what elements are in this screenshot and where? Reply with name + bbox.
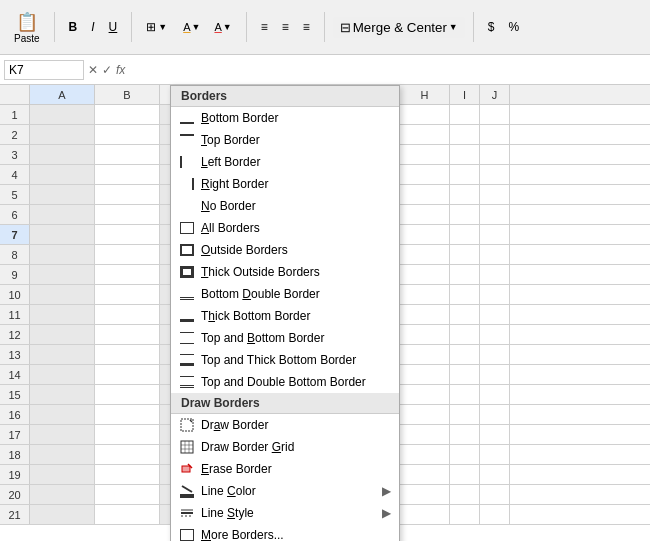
cell-h[interactable] (400, 245, 450, 264)
cell-a[interactable] (30, 485, 95, 504)
draw-border-grid-item[interactable]: Draw Border Grid (171, 436, 399, 458)
draw-border-item[interactable]: Draw Border (171, 414, 399, 436)
cell-i[interactable] (450, 445, 480, 464)
cell-i[interactable] (450, 465, 480, 484)
cell-h[interactable] (400, 125, 450, 144)
cell-b[interactable] (95, 265, 160, 284)
cell-a[interactable] (30, 405, 95, 424)
erase-border-item[interactable]: Erase Border (171, 458, 399, 480)
cell-b[interactable] (95, 505, 160, 524)
cell-b[interactable] (95, 425, 160, 444)
cell-j[interactable] (480, 185, 510, 204)
no-border-item[interactable]: No Border (171, 195, 399, 217)
col-header-a[interactable]: A (30, 85, 95, 104)
cell-h[interactable] (400, 165, 450, 184)
cell-b[interactable] (95, 145, 160, 164)
outside-borders-item[interactable]: Outside Borders (171, 239, 399, 261)
cell-b[interactable] (95, 285, 160, 304)
paste-button[interactable]: 📋 Paste (8, 8, 46, 47)
col-header-h[interactable]: H (400, 85, 450, 104)
thick-bottom-border-item[interactable]: Thick Bottom Border (171, 305, 399, 327)
cell-j[interactable] (480, 505, 510, 524)
cell-b[interactable] (95, 305, 160, 324)
cell-j[interactable] (480, 285, 510, 304)
cell-b[interactable] (95, 385, 160, 404)
cell-i[interactable] (450, 265, 480, 284)
font-color-button[interactable]: A ▼ (208, 18, 237, 36)
cell-h[interactable] (400, 185, 450, 204)
cell-j[interactable] (480, 205, 510, 224)
cell-j[interactable] (480, 145, 510, 164)
cell-i[interactable] (450, 505, 480, 524)
cell-h[interactable] (400, 325, 450, 344)
cell-a[interactable] (30, 145, 95, 164)
cell-h[interactable] (400, 425, 450, 444)
align-right-button[interactable]: ≡ (297, 17, 316, 37)
top-border-item[interactable]: Top Border (171, 129, 399, 151)
more-borders-item[interactable]: More Borders... (171, 524, 399, 541)
cell-a[interactable] (30, 165, 95, 184)
cell-i[interactable] (450, 245, 480, 264)
col-header-j[interactable]: J (480, 85, 510, 104)
function-icon[interactable]: fx (116, 63, 125, 77)
align-left-button[interactable]: ≡ (255, 17, 274, 37)
cell-j[interactable] (480, 445, 510, 464)
cell-j[interactable] (480, 345, 510, 364)
cell-a[interactable] (30, 185, 95, 204)
cell-b[interactable] (95, 225, 160, 244)
cell-a[interactable] (30, 305, 95, 324)
cell-i[interactable] (450, 205, 480, 224)
name-box[interactable] (4, 60, 84, 80)
cell-h[interactable] (400, 485, 450, 504)
cell-a[interactable] (30, 445, 95, 464)
italic-button[interactable]: I (85, 17, 100, 37)
cell-b[interactable] (95, 465, 160, 484)
merge-center-button[interactable]: ⊟ Merge & Center ▼ (333, 17, 465, 38)
cell-a[interactable] (30, 385, 95, 404)
confirm-icon[interactable]: ✓ (102, 63, 112, 77)
top-bottom-border-item[interactable]: Top and Bottom Border (171, 327, 399, 349)
cell-i[interactable] (450, 485, 480, 504)
cell-j[interactable] (480, 165, 510, 184)
bold-button[interactable]: B (63, 17, 84, 37)
cell-b[interactable] (95, 445, 160, 464)
cell-h[interactable] (400, 505, 450, 524)
percent-button[interactable]: % (502, 17, 525, 37)
cell-a[interactable] (30, 105, 95, 124)
thick-outside-borders-item[interactable]: Thick Outside Borders (171, 261, 399, 283)
cell-a[interactable] (30, 345, 95, 364)
cell-h[interactable] (400, 405, 450, 424)
cell-j[interactable] (480, 125, 510, 144)
cell-b[interactable] (95, 325, 160, 344)
cell-i[interactable] (450, 385, 480, 404)
cell-j[interactable] (480, 305, 510, 324)
cell-i[interactable] (450, 325, 480, 344)
cell-j[interactable] (480, 105, 510, 124)
bottom-border-item[interactable]: Bottom Border (171, 107, 399, 129)
cell-j[interactable] (480, 465, 510, 484)
cell-h[interactable] (400, 205, 450, 224)
cell-j[interactable] (480, 245, 510, 264)
cell-a[interactable] (30, 465, 95, 484)
currency-button[interactable]: $ (482, 17, 501, 37)
cell-a[interactable] (30, 225, 95, 244)
cell-i[interactable] (450, 365, 480, 384)
cell-b[interactable] (95, 245, 160, 264)
cell-h[interactable] (400, 265, 450, 284)
cell-h[interactable] (400, 225, 450, 244)
cell-a[interactable] (30, 265, 95, 284)
cell-j[interactable] (480, 405, 510, 424)
cell-i[interactable] (450, 305, 480, 324)
cell-j[interactable] (480, 425, 510, 444)
cell-b[interactable] (95, 165, 160, 184)
cell-i[interactable] (450, 285, 480, 304)
cell-a[interactable] (30, 365, 95, 384)
cell-h[interactable] (400, 465, 450, 484)
col-header-i[interactable]: I (450, 85, 480, 104)
cell-b[interactable] (95, 105, 160, 124)
cell-h[interactable] (400, 385, 450, 404)
cell-a[interactable] (30, 425, 95, 444)
cell-a[interactable] (30, 245, 95, 264)
underline-button[interactable]: U (103, 17, 124, 37)
left-border-item[interactable]: Left Border (171, 151, 399, 173)
